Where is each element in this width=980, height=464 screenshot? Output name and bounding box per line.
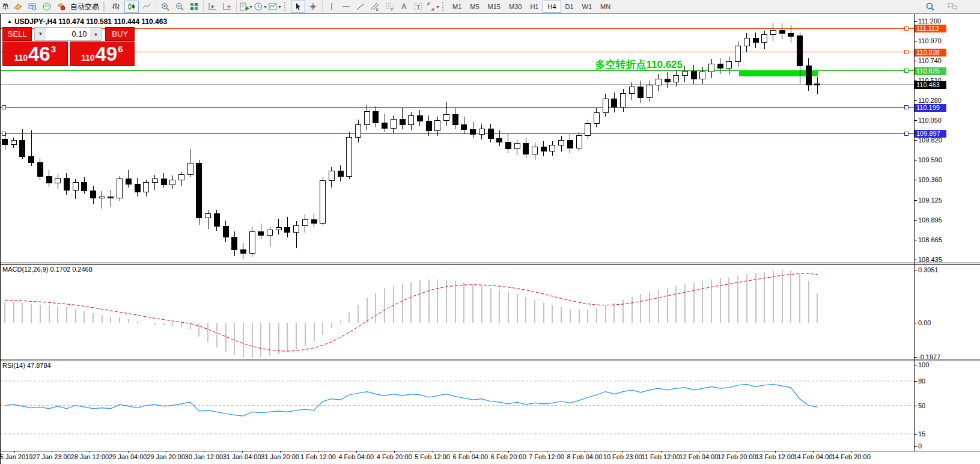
autotrading-icon[interactable] — [55, 1, 68, 13]
indicators-icon[interactable]: ▾ — [239, 1, 252, 13]
hline-handle[interactable] — [2, 106, 5, 109]
equidistant-channel-icon[interactable]: E — [368, 1, 382, 13]
buy-button[interactable]: BUY — [105, 27, 135, 41]
rsi-panel[interactable] — [0, 361, 914, 451]
chart-shift-icon[interactable] — [221, 1, 234, 13]
volume-stepper: ▼ 0.10 ▲ — [34, 27, 102, 41]
volume-increase-button[interactable]: ▲ — [90, 28, 101, 40]
hline-handle[interactable] — [904, 26, 908, 30]
panel-splitter[interactable] — [0, 359, 980, 359]
candle — [373, 112, 379, 123]
tile-windows-icon[interactable] — [187, 1, 201, 13]
candle — [135, 184, 140, 192]
timeframe-h1[interactable]: H1 — [526, 1, 543, 12]
order-menu-label[interactable]: 单 — [2, 2, 9, 12]
arrows-icon[interactable]: ▾ — [426, 1, 439, 13]
periods-icon[interactable]: ▾ — [254, 1, 267, 13]
axis-tick — [914, 406, 917, 406]
candle — [170, 180, 175, 185]
navigator-icon[interactable] — [40, 1, 53, 13]
panel-splitter[interactable] — [0, 361, 980, 361]
time-axis-tick — [547, 451, 547, 453]
auto-scroll-icon[interactable] — [206, 1, 219, 13]
buy-price-pip: 6 — [118, 44, 123, 54]
candle — [514, 144, 520, 149]
axis-tick — [914, 365, 917, 365]
search-icon[interactable] — [924, 1, 937, 13]
volume-input[interactable]: 0.10 — [46, 28, 90, 40]
new-order-icon[interactable] — [11, 1, 25, 13]
timeframe-mn[interactable]: MN — [596, 1, 615, 12]
sell-button[interactable]: SELL — [2, 27, 32, 41]
timeframe-h4[interactable]: H4 — [543, 1, 561, 13]
candle — [461, 124, 467, 130]
crosshair-icon[interactable] — [306, 1, 320, 13]
bar-chart-icon[interactable] — [110, 1, 123, 13]
timeframe-group: M1M5M15M30H1H4D1W1MN — [448, 1, 615, 13]
zoom-in-icon[interactable] — [159, 1, 172, 13]
timeframe-m15[interactable]: M15 — [484, 1, 505, 12]
autotrading-label[interactable]: 自动交易 — [70, 2, 99, 12]
vertical-line-icon[interactable] — [325, 1, 338, 13]
candle — [82, 183, 87, 191]
pivot-annotation[interactable]: 多空转折点110.625 — [565, 58, 683, 72]
chat-icon[interactable] — [946, 1, 959, 13]
volume-decrease-button[interactable]: ▼ — [35, 28, 46, 40]
panel-splitter[interactable] — [0, 264, 980, 265]
candle — [73, 183, 78, 191]
market-watch-icon[interactable] — [26, 1, 39, 13]
axis-tick — [914, 21, 917, 22]
buy-price-figure: 110 — [81, 53, 95, 63]
candle — [594, 112, 599, 124]
axis-tick-label: 0.00 — [918, 319, 931, 326]
toolbar-grip[interactable] — [103, 2, 107, 11]
timeframe-m30[interactable]: M30 — [505, 1, 526, 12]
candle — [665, 79, 670, 82]
zoom-out-icon[interactable] — [173, 1, 186, 13]
horizontal-line-icon[interactable] — [339, 1, 353, 13]
toolbar-grip[interactable] — [442, 2, 446, 11]
trendline-icon[interactable] — [354, 1, 367, 13]
axis-tick — [914, 357, 917, 358]
text-label-icon[interactable]: T — [412, 1, 425, 13]
candle — [674, 75, 679, 82]
candle — [196, 163, 202, 218]
panel-splitter[interactable] — [0, 263, 980, 263]
cursor-icon[interactable] — [291, 1, 305, 13]
candlestick-chart-icon[interactable] — [124, 1, 139, 13]
text-icon[interactable]: A — [397, 1, 410, 13]
line-chart-icon[interactable] — [140, 1, 153, 13]
hline-handle[interactable] — [904, 50, 908, 54]
fibonacci-icon[interactable]: F — [383, 1, 396, 13]
axis-tick-label: 80 — [918, 377, 925, 385]
templates-icon[interactable]: ▾ — [268, 1, 281, 13]
candle — [753, 38, 758, 43]
collapse-panel-icon[interactable]: ▲ — [7, 19, 12, 24]
candle — [488, 129, 493, 139]
timeframe-m1[interactable]: M1 — [448, 1, 466, 12]
sell-price-display[interactable]: 110 46 3 — [2, 41, 68, 66]
macd-panel[interactable] — [0, 264, 914, 359]
candle — [541, 147, 546, 151]
time-axis-tick — [242, 451, 243, 453]
candle — [240, 250, 246, 254]
candle — [770, 31, 776, 35]
candle — [258, 231, 264, 235]
hline-handle[interactable] — [904, 69, 908, 73]
candle — [444, 114, 449, 120]
candle — [55, 178, 61, 183]
timeframe-w1[interactable]: W1 — [578, 1, 597, 12]
one-click-trade-panel: SELL ▼ 0.10 ▲ BUY 110 46 3 110 49 6 — [2, 27, 135, 66]
candle — [223, 227, 228, 237]
hline-handle[interactable] — [904, 132, 908, 135]
candle — [709, 64, 714, 72]
toolbar-grip[interactable] — [284, 2, 288, 11]
hline-handle[interactable] — [904, 106, 908, 109]
candle — [11, 140, 16, 144]
price-level-badge: 110.838 — [915, 49, 946, 56]
price-level-badge: 111.113 — [915, 25, 946, 32]
buy-price-display[interactable]: 110 49 6 — [70, 41, 135, 66]
timeframe-d1[interactable]: D1 — [561, 1, 578, 12]
main-chart[interactable] — [0, 13, 914, 263]
timeframe-m5[interactable]: M5 — [466, 1, 483, 12]
